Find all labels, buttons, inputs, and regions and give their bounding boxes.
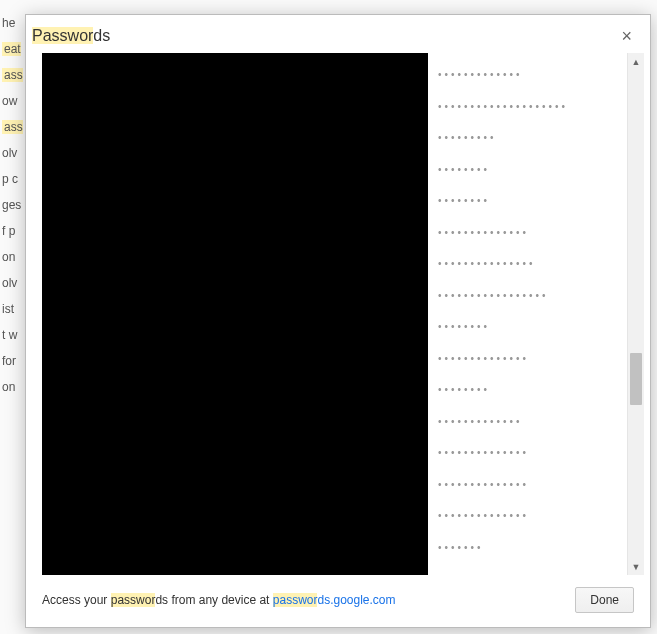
- done-button[interactable]: Done: [575, 587, 634, 613]
- scroll-down-icon[interactable]: ▼: [628, 558, 644, 575]
- masked-password-column: ••••••••••••••••••••••••••••••••••••••••…: [428, 53, 627, 575]
- modal-body: ••••••••••••••••••••••••••••••••••••••••…: [42, 53, 644, 575]
- passwords-modal: Passwords × ••••••••••••••••••••••••••••…: [25, 14, 651, 628]
- password-row[interactable]: ••••••••••••••••••••: [438, 91, 627, 123]
- link-hl: passwor: [273, 593, 318, 607]
- password-row[interactable]: ••••••••••••••: [438, 437, 627, 469]
- modal-title: Passwords: [32, 27, 110, 45]
- modal-header: Passwords ×: [26, 15, 650, 53]
- password-row[interactable]: ••••••••••••••: [438, 500, 627, 532]
- password-row[interactable]: •••••••••: [438, 122, 627, 154]
- bg-highlight: ass: [2, 68, 23, 82]
- password-row[interactable]: •••••••••••••: [438, 59, 627, 91]
- footer-hl1: passwor: [111, 593, 156, 607]
- bg-highlight: ass: [2, 120, 23, 134]
- redacted-sites-column: [42, 53, 428, 575]
- scroll-up-icon[interactable]: ▲: [628, 53, 644, 70]
- footer-text: Access your passwords from any device at…: [42, 593, 396, 607]
- password-row[interactable]: •••••••••••••••: [438, 248, 627, 280]
- bg-highlight: eat: [2, 42, 21, 56]
- password-row[interactable]: •••••••: [438, 532, 627, 564]
- password-row[interactable]: ••••••••: [438, 154, 627, 186]
- modal-footer: Access your passwords from any device at…: [26, 575, 650, 627]
- scroll-thumb[interactable]: [630, 353, 642, 405]
- footer-pre: Access your: [42, 593, 111, 607]
- password-row[interactable]: ••••••••••••••: [438, 343, 627, 375]
- password-row[interactable]: ••••••••••••••: [438, 469, 627, 501]
- footer-link[interactable]: passwords.google.com: [273, 593, 396, 607]
- password-row[interactable]: ••••••••: [438, 185, 627, 217]
- password-row[interactable]: ••••••••••••••: [438, 217, 627, 249]
- password-list: ••••••••••••••••••••••••••••••••••••••••…: [42, 53, 627, 575]
- password-row[interactable]: ••••••••: [438, 374, 627, 406]
- footer-mid: ds from any device at: [155, 593, 272, 607]
- link-rest: ds.google.com: [317, 593, 395, 607]
- close-icon[interactable]: ×: [619, 27, 634, 45]
- title-rest: ds: [93, 27, 110, 44]
- title-highlight: Passwor: [32, 27, 93, 44]
- password-row[interactable]: ••••••••: [438, 311, 627, 343]
- scrollbar[interactable]: ▲ ▼: [627, 53, 644, 575]
- password-row[interactable]: •••••••••••••: [438, 406, 627, 438]
- password-row[interactable]: •••••••••••••••••: [438, 280, 627, 312]
